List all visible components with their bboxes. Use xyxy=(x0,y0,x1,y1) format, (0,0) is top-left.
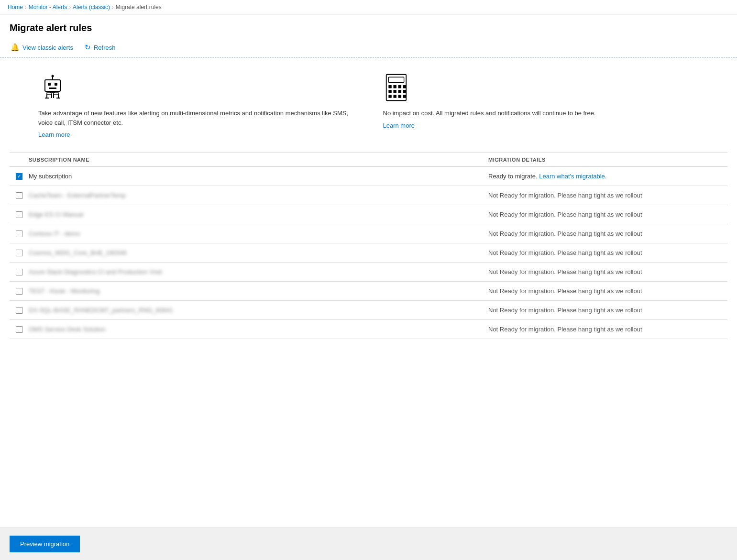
checkbox-1[interactable] xyxy=(16,173,22,180)
table-row: OMS Service Desk Solution Not Ready for … xyxy=(10,320,727,339)
checkbox-cell-7[interactable] xyxy=(10,288,29,295)
svg-rect-17 xyxy=(388,85,391,88)
migration-status-9: Not Ready for migration. Please hang tig… xyxy=(488,326,727,333)
breadcrumb-alerts-classic[interactable]: Alerts (classic) xyxy=(73,4,110,11)
svg-point-5 xyxy=(52,75,54,77)
col-migration-header: MIGRATION DETAILS xyxy=(488,157,727,163)
checkbox-8[interactable] xyxy=(16,307,22,314)
benefit-item-1: Take advantage of new features like aler… xyxy=(38,73,354,138)
svg-rect-27 xyxy=(398,95,401,98)
checkbox-5[interactable] xyxy=(16,250,22,256)
col-subscription-header: SUBSCRIPTION NAME xyxy=(29,157,488,163)
checkbox-2[interactable] xyxy=(16,192,22,199)
col-checkbox-header xyxy=(10,157,29,163)
robot-icon xyxy=(38,73,67,102)
checkbox-cell-4[interactable] xyxy=(10,231,29,237)
breadcrumb-home[interactable]: Home xyxy=(8,4,23,11)
checkbox-cell-5[interactable] xyxy=(10,250,29,256)
ready-text: Ready to migrate. xyxy=(488,173,538,180)
table-row: Cosmos_WDG_Core_BnB_190348 Not Ready for… xyxy=(10,243,727,263)
migration-status-8: Not Ready for migration. Please hang tig… xyxy=(488,307,727,314)
svg-rect-23 xyxy=(398,90,401,93)
calculator-icon xyxy=(383,73,412,102)
svg-rect-3 xyxy=(49,88,56,89)
subscription-name-9: OMS Service Desk Solution xyxy=(29,326,488,333)
checkbox-3[interactable] xyxy=(16,211,22,218)
benefit-text-1: Take advantage of new features like aler… xyxy=(38,109,354,127)
subscription-name-4: Contoso IT - demo xyxy=(29,230,488,237)
breadcrumb-sep-2: › xyxy=(69,4,71,10)
checkbox-cell-8[interactable] xyxy=(10,307,29,314)
subscription-name-3: Edge ES CI Manual xyxy=(29,211,488,218)
subscriptions-table: SUBSCRIPTION NAME MIGRATION DETAILS My s… xyxy=(0,153,737,377)
checkbox-4[interactable] xyxy=(16,231,22,237)
checkbox-7[interactable] xyxy=(16,288,22,295)
benefit-learn-more-1[interactable]: Learn more xyxy=(38,131,70,138)
table-row: Edge ES CI Manual Not Ready for migratio… xyxy=(10,205,727,224)
svg-rect-24 xyxy=(403,90,406,93)
svg-rect-8 xyxy=(54,93,58,94)
checkbox-9[interactable] xyxy=(16,326,22,333)
refresh-label: Refresh xyxy=(94,44,116,51)
checkbox-6[interactable] xyxy=(16,269,22,275)
page-title: Migrate alert rules xyxy=(10,22,727,33)
subscription-name-5: Cosmos_WDG_Core_BnB_190348 xyxy=(29,249,488,256)
table-row: My subscription Ready to migrate. Learn … xyxy=(10,167,727,186)
checkbox-cell-3[interactable] xyxy=(10,211,29,218)
breadcrumb-monitor-alerts[interactable]: Monitor - Alerts xyxy=(29,4,67,11)
benefit-text-2: No impact on cost. All migrated rules an… xyxy=(383,109,596,118)
table-header: SUBSCRIPTION NAME MIGRATION DETAILS xyxy=(10,153,727,167)
migration-status-7: Not Ready for migration. Please hang tig… xyxy=(488,287,727,295)
view-classic-alerts-button[interactable]: 🔔 View classic alerts xyxy=(10,41,74,54)
svg-rect-20 xyxy=(403,85,406,88)
subscription-name-7: TEST - Kiosk - Monitoring xyxy=(29,287,488,295)
breadcrumb-sep-3: › xyxy=(112,4,114,10)
table-row: Azure Stack Diagnostics CI and Productio… xyxy=(10,263,727,282)
svg-rect-22 xyxy=(393,90,396,93)
bell-icon: 🔔 xyxy=(11,43,20,52)
migration-status-3: Not Ready for migration. Please hang tig… xyxy=(488,211,727,218)
subscription-name-1: My subscription xyxy=(29,173,488,180)
svg-rect-21 xyxy=(388,90,391,93)
svg-rect-0 xyxy=(45,80,60,91)
svg-rect-26 xyxy=(393,95,396,98)
migration-status-6: Not Ready for migration. Please hang tig… xyxy=(488,268,727,275)
subscription-name-6: Azure Stack Diagnostics CI and Productio… xyxy=(29,268,488,275)
learn-migratable-link[interactable]: Learn what's migratable. xyxy=(539,173,606,180)
migration-status-1: Ready to migrate. Learn what's migratabl… xyxy=(488,173,727,180)
table-row: TEST - Kiosk - Monitoring Not Ready for … xyxy=(10,282,727,301)
breadcrumb-sep-1: › xyxy=(25,4,27,10)
migration-status-4: Not Ready for migration. Please hang tig… xyxy=(488,230,727,237)
svg-rect-18 xyxy=(393,85,396,88)
toolbar: 🔔 View classic alerts ↻ Refresh xyxy=(0,37,737,58)
refresh-button[interactable]: ↻ Refresh xyxy=(84,41,117,54)
table-row: DX-SQL-BASE_RANEDCM7_partners_RNG_60841 … xyxy=(10,301,727,320)
migration-status-2: Not Ready for migration. Please hang tig… xyxy=(488,192,727,199)
view-classic-alerts-label: View classic alerts xyxy=(22,44,73,51)
table-row: Contoso IT - demo Not Ready for migratio… xyxy=(10,224,727,243)
migration-status-5: Not Ready for migration. Please hang tig… xyxy=(488,249,727,256)
breadcrumb-current: Migrate alert rules xyxy=(116,4,162,11)
checkbox-cell-1[interactable] xyxy=(10,173,29,180)
svg-rect-25 xyxy=(388,95,391,98)
subscription-name-8: DX-SQL-BASE_RANEDCM7_partners_RNG_60841 xyxy=(29,307,488,314)
benefit-item-2: No impact on cost. All migrated rules an… xyxy=(383,73,699,138)
checkbox-cell-9[interactable] xyxy=(10,326,29,333)
svg-rect-19 xyxy=(398,85,401,88)
page-header: Migrate alert rules xyxy=(0,15,737,37)
svg-rect-2 xyxy=(55,83,57,86)
refresh-icon: ↻ xyxy=(85,43,91,52)
svg-rect-7 xyxy=(47,93,52,94)
breadcrumb: Home › Monitor - Alerts › Alerts (classi… xyxy=(0,0,737,15)
svg-rect-16 xyxy=(388,77,404,82)
subscription-name-2: CacheTeam - ExternalPartnerTemp xyxy=(29,192,488,199)
benefits-section: Take advantage of new features like aler… xyxy=(0,64,737,153)
checkbox-cell-6[interactable] xyxy=(10,269,29,275)
benefit-learn-more-2[interactable]: Learn more xyxy=(383,122,415,129)
svg-rect-28 xyxy=(403,95,406,98)
svg-rect-1 xyxy=(48,83,51,86)
table-row: CacheTeam - ExternalPartnerTemp Not Read… xyxy=(10,186,727,205)
checkbox-cell-2[interactable] xyxy=(10,192,29,199)
